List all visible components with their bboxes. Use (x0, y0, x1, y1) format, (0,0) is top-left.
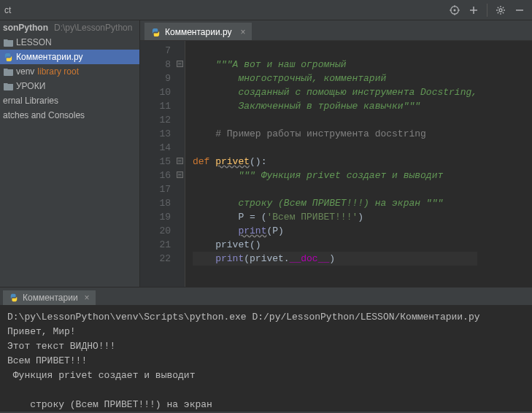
editor-area: Комментарии.py × 78910111213141516171819… (140, 20, 532, 287)
tree-scratches-label: atches and Consoles (3, 110, 85, 120)
hide-icon[interactable] (512, 2, 528, 18)
tree-item-label: LESSON (16, 37, 52, 47)
console-output[interactable]: D:\py\LessonPython\venv\Scripts\python.e… (0, 306, 532, 412)
folder-icon (3, 81, 13, 91)
run-panel: Комментарии × D:\py\LessonPython\venv\Sc… (0, 287, 532, 412)
tree-item[interactable]: УРОКИ (0, 79, 139, 93)
fold-toggle[interactable]: − (177, 158, 183, 164)
line-gutter: 78910111213141516171819202122 (140, 41, 175, 287)
tree-root-name: sonPython (3, 23, 48, 33)
tree-item-label: venv (16, 66, 34, 77)
code-content[interactable]: """А вот и наш огромный многострочный, к… (185, 41, 477, 287)
python-icon (9, 293, 19, 303)
run-tab[interactable]: Комментарии × (3, 290, 96, 305)
tree-item[interactable]: Комментарии.py (0, 50, 139, 64)
svg-line-14 (503, 12, 504, 12)
editor-tab-label: Комментарии.py (165, 27, 232, 37)
svg-line-13 (498, 7, 498, 7)
fold-column[interactable]: −−− (175, 41, 185, 287)
library-root-badge: library root (37, 66, 79, 77)
collapse-icon[interactable] (466, 2, 482, 18)
project-tree[interactable]: sonPython D:\py\LessonPython LESSONКомме… (0, 20, 140, 287)
run-tabs: Комментарии × (0, 287, 532, 306)
editor-tab[interactable]: Комментарии.py × (144, 23, 252, 40)
project-combo-label[interactable]: ct (4, 5, 11, 15)
svg-line-15 (498, 12, 498, 12)
tree-root-path: D:\py\LessonPython (54, 23, 132, 33)
folder-icon (3, 66, 13, 77)
fold-toggle[interactable]: − (177, 61, 183, 67)
tree-item-label: УРОКИ (16, 81, 45, 91)
tree-item[interactable]: venv library root (0, 64, 139, 79)
tree-ext-lib-label: ernal Libraries (3, 96, 58, 106)
toolbar-divider (487, 4, 487, 17)
python-icon (150, 27, 161, 37)
gear-icon[interactable] (493, 2, 509, 18)
run-tab-label: Комментарии (23, 293, 78, 303)
fold-toggle[interactable]: − (177, 171, 183, 178)
close-icon[interactable]: × (241, 27, 246, 37)
folder-icon (3, 37, 13, 47)
svg-line-16 (503, 7, 504, 7)
tree-external-libraries[interactable]: ernal Libraries (0, 93, 139, 108)
python-icon (3, 52, 13, 62)
tree-item-label: Комментарии.py (16, 52, 83, 62)
editor-tabs: Комментарии.py × (140, 20, 532, 41)
code-editor[interactable]: 78910111213141516171819202122 −−− """А в… (140, 41, 532, 287)
svg-point-1 (454, 9, 456, 11)
top-toolbar: ct (0, 0, 532, 20)
tree-scratches[interactable]: atches and Consoles (0, 108, 139, 123)
tree-root[interactable]: sonPython D:\py\LessonPython (0, 20, 139, 35)
close-icon[interactable]: × (85, 293, 90, 303)
svg-point-8 (499, 9, 502, 12)
tree-item[interactable]: LESSON (0, 35, 139, 50)
target-icon[interactable] (447, 2, 463, 18)
